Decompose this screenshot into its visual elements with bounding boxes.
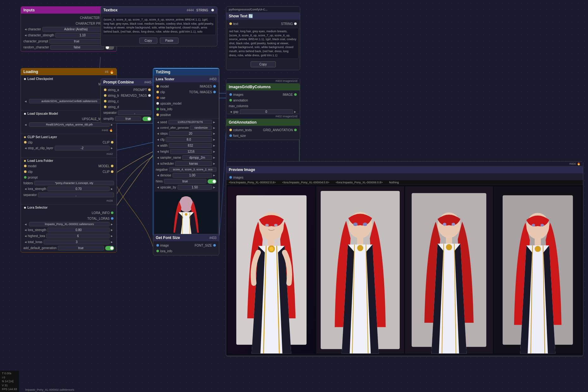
seed-value[interactable]: 1105127612073276 (168, 120, 212, 124)
gfs-lora-info-row: lora_info (153, 248, 219, 254)
control-arrow-left[interactable]: ◄ (156, 126, 160, 130)
copy-button[interactable]: Copy (139, 38, 157, 44)
pc-separator-value[interactable]: , (118, 110, 151, 115)
sampler-value[interactable]: dpmpp_2m (182, 155, 212, 160)
show-text-copy-button[interactable]: Copy (251, 61, 276, 67)
pc-simplify-toggle[interactable] (142, 117, 151, 121)
steps-arrow-right[interactable]: ► (212, 132, 216, 135)
lora-strength-value[interactable]: 0.70 (47, 187, 110, 191)
upscale-by-arrow-right[interactable]: ► (212, 186, 216, 189)
cfg-arrow-right[interactable]: ► (212, 138, 216, 141)
strength-arrow-left[interactable]: ◄ (23, 34, 28, 37)
t2i-upscale-label: upscale_model (160, 102, 181, 105)
ig-images-row: images IMAGE (226, 92, 300, 97)
lora-separator-value[interactable]: , (38, 193, 114, 197)
steps-value[interactable]: 20 (169, 131, 212, 136)
gfs-lora-info-in (156, 250, 159, 252)
load-upscale-id: #448 🔥 (21, 127, 117, 133)
lora-file-value[interactable]: lmpasto_Pony_XL-000002.safetensors (29, 222, 110, 226)
width-value[interactable]: 832 (169, 143, 212, 148)
negative-label: negative (156, 168, 168, 171)
ig-gap-arrow-left[interactable]: ◄ (229, 110, 233, 113)
stop-value[interactable]: -2 (55, 146, 110, 150)
control-value[interactable]: randomize (190, 126, 212, 130)
preview-images-in (229, 176, 232, 179)
total-loras-arrow-left[interactable]: ◄ (23, 240, 28, 244)
hires-toggle[interactable] (208, 179, 216, 184)
random-char-value[interactable]: false (50, 45, 104, 50)
ig-gap-label: gap (233, 110, 239, 113)
sampler-arrow-left[interactable]: ◄ (156, 156, 160, 159)
control-arrow-right[interactable]: ► (212, 126, 216, 130)
denoise-value[interactable]: 1.00 (173, 173, 212, 178)
pc-string-d-dot (104, 106, 106, 108)
width-arrow-left[interactable]: ◄ (156, 144, 160, 147)
lora-file-arrow-right[interactable]: ► (110, 223, 114, 226)
hires-value[interactable]: true (164, 179, 206, 184)
add-default-toggle[interactable] (105, 246, 114, 250)
images-grid-node: #403 ImagesGrid ImagesGridByColumns imag… (226, 78, 300, 116)
checkpoint-arrow-left[interactable]: ◄ (23, 100, 28, 103)
pc-simplify-value[interactable]: true (115, 116, 141, 121)
height-arrow-right[interactable]: ► (212, 150, 216, 153)
lora-strength2-left[interactable]: ◄ (23, 228, 28, 232)
character-value[interactable]: Adeline (Arathia) (42, 27, 110, 32)
lora-file-arrow-left[interactable]: ◄ (23, 223, 28, 226)
load-upscale-dot (24, 113, 26, 115)
lora-prompt-row: prompt (21, 175, 117, 180)
width-arrow-right[interactable]: ► (212, 144, 216, 147)
stop-arrow-right[interactable]: ► (110, 146, 114, 150)
highest-arrow-right[interactable]: ► (110, 234, 114, 238)
stop-label: stop_at_clip_layer (28, 146, 53, 150)
get-font-size-header: Get Font Size #433 (153, 234, 219, 241)
lora-strength-arrow-left[interactable]: ◄ (23, 187, 28, 191)
highest-lora-value[interactable]: 6 (46, 234, 110, 238)
ig-annotation-row: annotation (226, 97, 300, 103)
checkpoint-value[interactable]: autisticSDXL_autismmixConfetti.safetenso… (29, 99, 110, 103)
negative-value[interactable]: score_4, score_3, score_2, sco (169, 167, 216, 172)
prompt-combine-node: Prompt Combine #445 string_a PROMPT stri… (100, 78, 154, 123)
scheduler-row: ◄ scheduler karras ► (153, 161, 219, 167)
lora-strength2-value[interactable]: 0.80 (47, 228, 110, 232)
ig-gap-value[interactable]: 0 (240, 109, 293, 114)
upscale-by-value[interactable]: 1.50 (178, 185, 212, 190)
add-default-value[interactable]: true (58, 246, 104, 250)
height-value[interactable]: 1216 (170, 149, 212, 154)
total-loras-arrow-right[interactable]: ► (110, 240, 114, 244)
preview-image-2 (316, 186, 404, 354)
denoise-arrow-left[interactable]: ◄ (156, 174, 160, 177)
clip-set-sub-id: #442 (106, 152, 113, 156)
cfg-value[interactable]: 8.0 (166, 137, 212, 142)
total-loras-out-dot (111, 217, 113, 220)
height-arrow-left[interactable]: ◄ (156, 150, 160, 153)
loading-header: Loading #4 🔥 (21, 68, 117, 75)
lora-strength2-right[interactable]: ► (110, 228, 114, 232)
cfg-arrow-left[interactable]: ◄ (156, 138, 160, 141)
scheduler-arrow-right[interactable]: ► (212, 162, 216, 165)
sampler-arrow-right[interactable]: ► (212, 156, 216, 159)
seed-arrow-left[interactable]: ◄ (156, 120, 160, 124)
char-prompt-field-value[interactable]: true (49, 39, 104, 44)
lora-separator-label: separator (23, 193, 37, 197)
highest-arrow-left[interactable]: ◄ (23, 234, 28, 238)
steps-arrow-left[interactable]: ◄ (156, 132, 160, 135)
upscale-arrow-right[interactable]: ► (110, 123, 114, 126)
upscale-arrow-left[interactable]: ◄ (23, 123, 28, 126)
upscale-model-value[interactable]: RealESRGAN_x4plus_anime_6B.pth (29, 122, 110, 127)
upscale-by-arrow-left[interactable]: ◄ (156, 186, 160, 189)
lora-folders-value[interactable]: *pony,character:1,concept,-sty (34, 181, 114, 185)
scheduler-arrow-left[interactable]: ◄ (156, 162, 160, 165)
total-loras-out-label: TOTAL_LORAS (87, 217, 110, 220)
t2i-clip-in (156, 91, 159, 93)
lora-strength-arrow-right[interactable]: ► (110, 187, 114, 191)
stop-arrow-left[interactable]: ◄ (23, 146, 28, 150)
ig-gap-arrow-right[interactable]: ► (293, 110, 297, 113)
seed-arrow-right[interactable]: ► (212, 120, 216, 124)
total-loras-label: total_loras (28, 240, 42, 244)
denoise-arrow-right[interactable]: ► (212, 174, 216, 177)
char-arrow-left[interactable]: ◄ (23, 28, 28, 31)
scheduler-value[interactable]: karras (175, 161, 212, 166)
textbox-content[interactable]: (score_9, score_8_up, score_7_up, score_… (102, 16, 216, 35)
paste-button[interactable]: Paste (160, 38, 179, 44)
total-loras-value[interactable]: 3 (44, 240, 110, 244)
